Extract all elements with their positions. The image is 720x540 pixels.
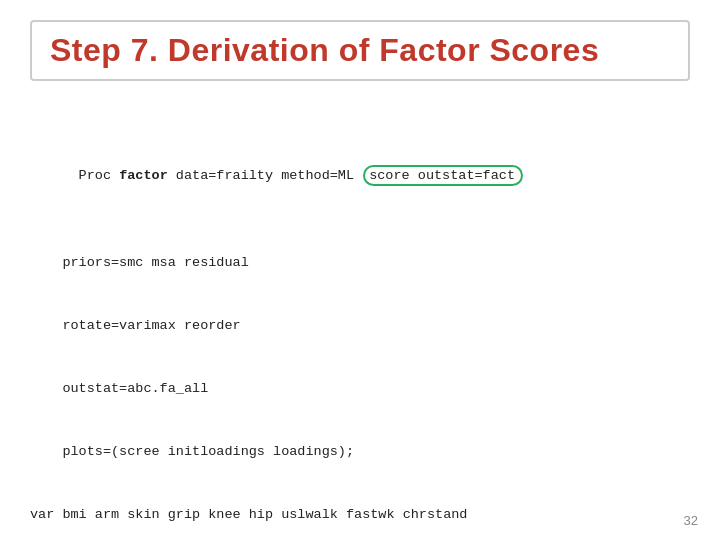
code-line-3: rotate=varimax reorder [30, 316, 690, 337]
code-line-4: outstat=abc.fa_all [30, 379, 690, 400]
slide-title: Step 7. Derivation of Factor Scores [50, 32, 599, 68]
title-box: Step 7. Derivation of Factor Scores [30, 20, 690, 81]
line1-mid: data=frailty method=ML [168, 168, 362, 183]
code-line-2: priors=smc msa residual [30, 253, 690, 274]
page-number: 32 [684, 513, 698, 528]
code-line-6: var bmi arm skin grip knee hip uslwalk f… [30, 505, 690, 526]
highlight-score-outstat: score outstat=fact [363, 165, 523, 186]
code-section-1: Proc factor data=frailty method=ML score… [30, 145, 690, 208]
slide-container: Step 7. Derivation of Factor Scores Proc… [0, 0, 720, 540]
proc-label: Proc [79, 168, 120, 183]
code-block: Proc factor data=frailty method=ML score… [30, 103, 690, 540]
proc-factor-keyword: factor [119, 168, 168, 183]
code-line-5: plots=(scree initloadings loadings); [30, 442, 690, 463]
